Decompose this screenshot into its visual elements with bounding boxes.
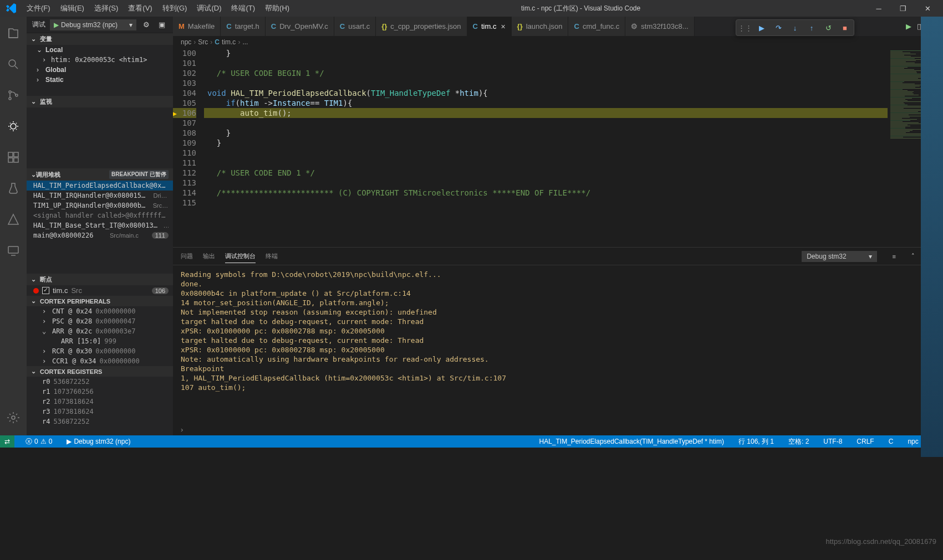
editor-tab[interactable]: CDrv_OpenMV.c — [266, 17, 334, 36]
cpu-register[interactable]: r31073818624 — [27, 407, 173, 417]
code-line[interactable] — [204, 148, 888, 158]
code-line[interactable]: /* USER CODE END 1 */ — [204, 168, 888, 178]
editor-tab[interactable]: {}c_cpp_properties.json — [376, 17, 467, 36]
testing-icon[interactable] — [0, 175, 27, 202]
scope-local[interactable]: ⌄Local — [27, 45, 173, 55]
indentation[interactable]: 空格: 2 — [785, 435, 812, 448]
breadcrumb-item[interactable]: tim.c — [222, 38, 236, 46]
editor-tab[interactable]: Ctarget.h — [221, 17, 265, 36]
code-line[interactable] — [204, 78, 888, 88]
code-line[interactable]: } — [204, 48, 888, 58]
close-button[interactable]: ✕ — [916, 0, 939, 17]
callstack-frame[interactable]: HAL_TIM_Base_Start_IT@0x0800130e... — [27, 220, 173, 230]
editor-body[interactable]: 1001011021031041051061071081091101111121… — [173, 48, 943, 247]
code-line[interactable] — [204, 158, 888, 168]
editor-tab[interactable]: MMakefile — [173, 17, 221, 36]
debug-console-output[interactable]: Reading symbols from D:\code\robot\2019\… — [173, 265, 943, 423]
editor-tab[interactable]: Cusart.c — [334, 17, 376, 36]
peripheral-register[interactable]: ARR [15:0]999 — [27, 336, 173, 346]
scope-global[interactable]: ›Global — [27, 65, 173, 75]
peripheral-register[interactable]: ›CCR1 @ 0x340x00000000 — [27, 356, 173, 366]
breadcrumb[interactable]: npc›Src›C tim.c›... — [173, 36, 943, 48]
editor-tab[interactable]: ⚙stm32f103c8... — [625, 17, 694, 36]
workspace-trust[interactable]: npc — [904, 435, 921, 448]
filter-icon[interactable]: ≡ — [893, 253, 896, 260]
run-tab-icon[interactable]: ▶ — [906, 22, 911, 30]
close-tab-icon[interactable]: × — [501, 22, 505, 31]
callstack-frame[interactable]: main@0x08000226Src/main.c111 — [27, 230, 173, 240]
breakpoint-checkbox[interactable] — [42, 287, 49, 294]
code-line[interactable]: if(htim ->Instance== TIM1){ — [204, 98, 888, 108]
code-line[interactable] — [204, 58, 888, 68]
minimize-button[interactable]: ─ — [868, 0, 890, 17]
cpu-register[interactable]: r0536872252 — [27, 377, 173, 387]
menu-item[interactable]: 终端(T) — [227, 1, 259, 16]
code-line[interactable] — [204, 198, 888, 208]
cpu-register[interactable]: r11073760256 — [27, 387, 173, 397]
panel-tab[interactable]: 问题 — [181, 250, 193, 263]
callstack-frame[interactable]: <signal handler called>@0xfffffff9 — [27, 210, 173, 220]
step-over-icon[interactable]: ↷ — [773, 22, 784, 33]
continue-icon[interactable]: ▶ — [756, 22, 767, 33]
callstack-frame[interactable]: HAL_TIM_IRQHandler@0x08001552Driv... — [27, 191, 173, 201]
cortex-periph-section[interactable]: ⌄CORTEX PERIPHERALS — [27, 296, 173, 306]
gear-icon[interactable]: ⚙ — [141, 20, 152, 29]
menu-item[interactable]: 调试(D) — [192, 1, 226, 16]
debug-session-dropdown[interactable]: Debug stm32▾ — [802, 251, 876, 262]
restart-icon[interactable]: ↺ — [823, 22, 834, 33]
scope-static[interactable]: ›Static — [27, 75, 173, 85]
language-mode[interactable]: C — [885, 435, 897, 448]
breakpoint-item[interactable]: tim.c Src 106 — [27, 285, 173, 296]
variables-section[interactable]: ⌄变量 — [27, 33, 173, 45]
peripheral-register[interactable]: ›RCR @ 0x300x00000000 — [27, 346, 173, 356]
code-line[interactable] — [204, 118, 888, 128]
maximize-button[interactable]: ❐ — [892, 0, 914, 17]
grip-icon[interactable]: ⋮⋮ — [740, 22, 751, 33]
peripheral-register[interactable]: ›PSC @ 0x280x00000047 — [27, 316, 173, 326]
peripheral-register[interactable]: ⌄ARR @ 0x2c0x000003e7 — [27, 326, 173, 336]
menu-item[interactable]: 编辑(E) — [56, 1, 89, 16]
code-line[interactable]: } — [204, 128, 888, 138]
function-indicator[interactable]: HAL_TIM_PeriodElapsedCallback(TIM_Handle… — [536, 435, 727, 448]
debug-toolbar[interactable]: ⋮⋮ ▶ ↷ ↓ ↑ ↺ ■ — [736, 19, 854, 36]
editor-tab[interactable]: Ctim.c× — [467, 17, 512, 36]
collapse-icon[interactable]: ˄ — [911, 253, 915, 260]
breadcrumb-item[interactable]: ... — [242, 38, 248, 46]
eol[interactable]: CRLF — [853, 435, 877, 448]
code-line[interactable]: void HAL_TIM_PeriodElapsedCallback(TIM_H… — [204, 88, 888, 98]
settings-icon[interactable] — [0, 404, 27, 431]
code-line[interactable]: } — [204, 138, 888, 148]
code-content[interactable]: } /* USER CODE BEGIN 1 */void HAL_TIM_Pe… — [204, 48, 888, 247]
encoding[interactable]: UTF-8 — [820, 435, 845, 448]
stop-icon[interactable]: ■ — [839, 22, 850, 33]
editor-tab[interactable]: {}launch.json — [512, 17, 569, 36]
explorer-icon[interactable] — [0, 20, 27, 47]
debug-console-input[interactable]: › — [173, 423, 943, 435]
breadcrumb-item[interactable]: npc — [181, 38, 191, 46]
debug-status[interactable]: ▶Debug stm32 (npc) — [63, 435, 134, 448]
menu-item[interactable]: 查看(V) — [124, 1, 156, 16]
cmake-icon[interactable] — [0, 206, 27, 233]
code-line[interactable]: auto_tim(); — [204, 108, 888, 118]
peripheral-register[interactable]: ›CNT @ 0x240x00000000 — [27, 306, 173, 316]
breakpoints-section[interactable]: ⌄断点 — [27, 274, 173, 285]
panel-tab[interactable]: 调试控制台 — [225, 250, 256, 263]
cursor-position[interactable]: 行 106, 列 1 — [735, 435, 777, 448]
editor-tab[interactable]: Ccmd_func.c — [568, 17, 625, 36]
callstack-frame[interactable]: TIM1_UP_IRQHandler@0x08000b94Src/... — [27, 201, 173, 210]
menu-item[interactable]: 文件(F) — [22, 1, 55, 16]
remote-indicator[interactable]: ⇄ — [0, 435, 14, 448]
menu-item[interactable]: 转到(G) — [158, 1, 192, 16]
callstack-frame[interactable]: HAL_TIM_PeriodElapsedCallback@0x08000 — [27, 181, 173, 191]
code-line[interactable]: /* USER CODE BEGIN 1 */ — [204, 68, 888, 78]
cpu-register[interactable]: r4536872252 — [27, 417, 173, 427]
remote-icon[interactable] — [0, 237, 27, 264]
debug-console-icon[interactable]: ▣ — [156, 20, 167, 29]
step-into-icon[interactable]: ↓ — [789, 22, 801, 33]
variable-htim[interactable]: ›htim: 0x2000053c <htim1> — [27, 55, 173, 65]
callstack-section[interactable]: ⌄调用堆栈 BREAKPOINT 已暂停 — [27, 168, 173, 181]
scm-icon[interactable] — [0, 82, 27, 109]
cortex-reg-section[interactable]: ⌄CORTEX REGISTERS — [27, 366, 173, 377]
cpu-register[interactable]: r21073818624 — [27, 397, 173, 407]
code-line[interactable]: /************************ (C) COPYRIGHT … — [204, 188, 888, 198]
